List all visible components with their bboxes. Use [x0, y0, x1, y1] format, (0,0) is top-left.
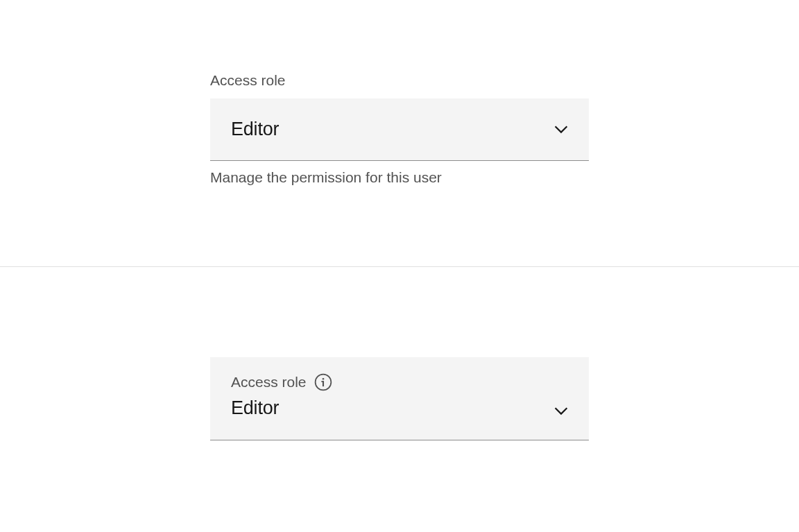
access-role-select[interactable]: Editor	[210, 98, 589, 161]
access-role-label: Access role	[210, 72, 589, 89]
svg-rect-3	[321, 381, 324, 382]
access-role-field-fluid: Access role Editor	[210, 357, 589, 440]
divider	[0, 266, 799, 267]
access-role-label-row: Access role	[231, 372, 568, 392]
access-role-field-default: Access role Editor Manage the permission…	[210, 72, 589, 186]
access-role-value: Editor	[231, 119, 279, 140]
access-role-helper: Manage the permission for this user	[210, 169, 589, 186]
access-role-select-fluid[interactable]: Access role Editor	[210, 357, 589, 440]
access-role-value-fluid: Editor	[231, 397, 568, 419]
access-role-label-fluid: Access role	[231, 374, 307, 391]
information-icon[interactable]	[313, 372, 333, 392]
chevron-down-icon	[554, 123, 568, 137]
svg-point-1	[322, 378, 324, 380]
chevron-down-icon	[554, 404, 568, 418]
